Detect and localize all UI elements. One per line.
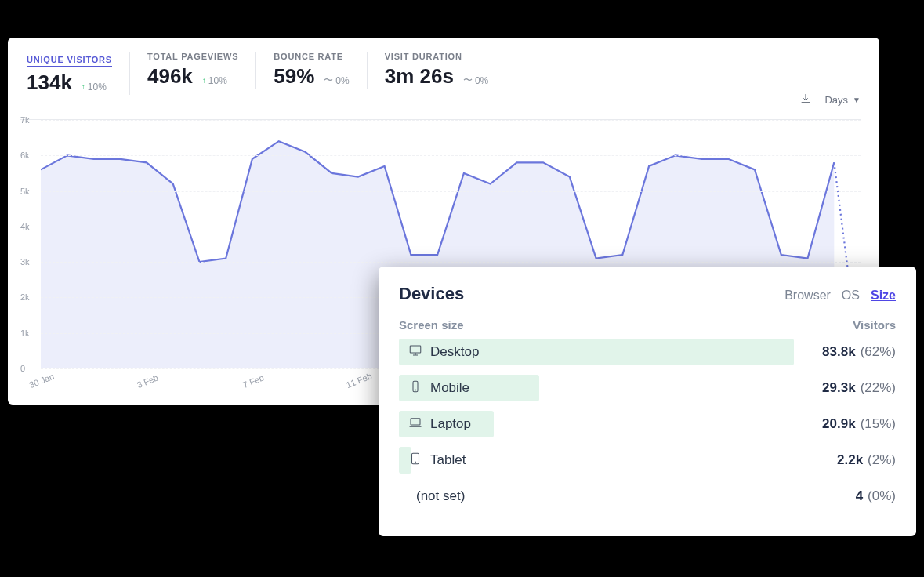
stat-value: 134k bbox=[27, 71, 72, 95]
svg-rect-0 bbox=[410, 346, 421, 353]
stat-label: UNIQUE VISITORS bbox=[27, 55, 112, 67]
device-name: Mobile bbox=[430, 380, 469, 396]
stat-value: 3m 26s bbox=[385, 64, 454, 89]
y-axis-tick: 5k bbox=[20, 187, 30, 196]
stat-change: ↑10% bbox=[202, 75, 227, 86]
devices-columns: Screen size Visitors bbox=[399, 318, 896, 332]
stat-label: TOTAL PAGEVIEWS bbox=[147, 52, 238, 61]
chart-toolbar: Days ▼ bbox=[799, 93, 861, 107]
device-name: Desktop bbox=[430, 344, 479, 360]
device-visitors: 29.3k(22%) bbox=[794, 380, 896, 396]
stat-bounce-rate[interactable]: BOUNCE RATE59%〜0% bbox=[274, 52, 367, 89]
granularity-select[interactable]: Days ▼ bbox=[824, 94, 861, 106]
download-icon[interactable] bbox=[799, 93, 812, 107]
devices-col-value: Visitors bbox=[853, 318, 896, 332]
gridline bbox=[41, 120, 861, 121]
device-bar: Laptop bbox=[399, 411, 794, 437]
chevron-down-icon: ▼ bbox=[853, 96, 861, 104]
stat-label: BOUNCE RATE bbox=[274, 52, 349, 61]
device-visitors: 83.8k(62%) bbox=[794, 344, 896, 360]
devices-col-label: Screen size bbox=[399, 318, 464, 332]
mobile-icon bbox=[408, 379, 422, 397]
gridline bbox=[41, 155, 861, 156]
device-bar: Tablet bbox=[399, 447, 794, 474]
x-axis-tick: 7 Feb bbox=[241, 372, 266, 390]
stat-visit-duration[interactable]: VISIT DURATION3m 26s〜0% bbox=[385, 52, 506, 89]
svg-point-2 bbox=[415, 390, 416, 390]
gridline bbox=[41, 227, 861, 227]
granularity-label: Days bbox=[824, 94, 848, 106]
laptop-icon bbox=[408, 416, 422, 434]
y-axis-tick: 1k bbox=[20, 328, 30, 338]
device-visitors: 2.2k(2%) bbox=[794, 452, 896, 468]
y-axis-tick: 0 bbox=[20, 364, 25, 373]
devices-title: Devices bbox=[399, 284, 464, 304]
y-axis-tick: 2k bbox=[20, 292, 30, 302]
stat-value: 59% bbox=[274, 64, 314, 89]
stats-row: UNIQUE VISITORS134k↑10%TOTAL PAGEVIEWS49… bbox=[27, 52, 861, 95]
x-axis-tick: 11 Feb bbox=[345, 371, 373, 390]
stat-change: 〜0% bbox=[324, 74, 349, 87]
device-visitors: 20.9k(15%) bbox=[794, 416, 896, 432]
x-axis-tick: 3 Feb bbox=[136, 372, 160, 390]
tablet-icon bbox=[408, 452, 422, 470]
device-visitors: 4(0%) bbox=[794, 488, 896, 504]
gridline bbox=[41, 191, 861, 192]
devices-header: Devices BrowserOSSize bbox=[399, 284, 896, 304]
device-bar: (not set) bbox=[399, 483, 794, 510]
gridline bbox=[41, 262, 861, 263]
y-axis-tick: 4k bbox=[20, 222, 30, 231]
stat-total-pageviews[interactable]: TOTAL PAGEVIEWS496k↑10% bbox=[147, 52, 256, 89]
device-row[interactable]: (not set)4(0%) bbox=[399, 481, 896, 512]
device-name: (not set) bbox=[416, 488, 465, 504]
y-axis-tick: 7k bbox=[20, 115, 30, 125]
devices-tabs: BrowserOSSize bbox=[784, 288, 896, 303]
svg-rect-3 bbox=[411, 418, 420, 424]
stat-change: 〜0% bbox=[463, 74, 488, 87]
stat-value: 496k bbox=[147, 64, 193, 89]
tab-size[interactable]: Size bbox=[871, 288, 896, 303]
devices-card: Devices BrowserOSSize Screen size Visito… bbox=[379, 267, 916, 536]
y-axis-tick: 3k bbox=[20, 257, 30, 267]
device-row[interactable]: Mobile29.3k(22%) bbox=[399, 372, 896, 404]
device-bar: Mobile bbox=[399, 375, 794, 401]
svg-point-5 bbox=[415, 462, 416, 463]
tab-os[interactable]: OS bbox=[842, 288, 860, 303]
devices-list: Desktop83.8k(62%)Mobile29.3k(22%)Laptop2… bbox=[399, 336, 896, 512]
device-name: Tablet bbox=[430, 452, 466, 468]
x-axis-tick: 30 Jan bbox=[27, 372, 55, 390]
device-row[interactable]: Laptop20.9k(15%) bbox=[399, 408, 896, 440]
device-row[interactable]: Desktop83.8k(62%) bbox=[399, 336, 896, 368]
tab-browser[interactable]: Browser bbox=[784, 288, 831, 303]
stat-label: VISIT DURATION bbox=[385, 52, 489, 61]
stat-unique-visitors[interactable]: UNIQUE VISITORS134k↑10% bbox=[27, 52, 130, 95]
desktop-icon bbox=[408, 343, 422, 361]
stat-change: ↑10% bbox=[82, 82, 107, 93]
y-axis-tick: 6k bbox=[20, 151, 30, 160]
device-bar: Desktop bbox=[399, 339, 794, 365]
device-row[interactable]: Tablet2.2k(2%) bbox=[399, 445, 896, 476]
device-name: Laptop bbox=[430, 416, 471, 432]
